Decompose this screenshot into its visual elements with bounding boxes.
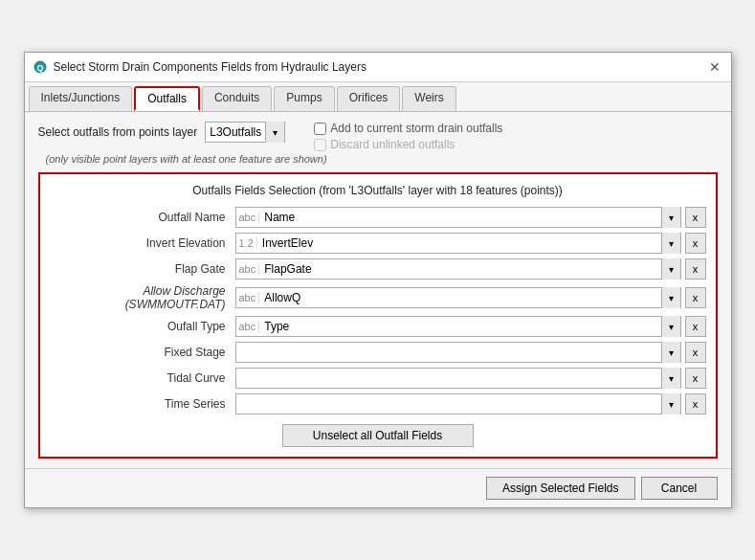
field-row: Allow Discharge (SWMMOUTF.DAT)abcAllowQ▾…: [50, 284, 706, 311]
layer-select-row: Select outfalls from points layer L3Outf…: [38, 122, 286, 143]
type-badge: abc: [236, 263, 260, 275]
field-label: Invert Elevation: [50, 236, 232, 250]
field-label: Time Series: [50, 397, 232, 411]
assign-selected-fields-button[interactable]: Assign Selected Fields: [486, 477, 634, 500]
field-clear-button[interactable]: x: [685, 207, 706, 228]
field-row: Flap GateabcFlapGate▾x: [50, 258, 706, 280]
window-title: Select Storm Drain Components Fields fro…: [54, 60, 366, 74]
field-row: Tidal Curve▾x: [50, 368, 706, 389]
discard-unlinked-checkbox[interactable]: [314, 139, 326, 151]
field-combo[interactable]: ▾: [235, 393, 681, 414]
field-clear-button[interactable]: x: [685, 233, 706, 254]
field-label: Oufall Type: [50, 320, 232, 333]
field-clear-button[interactable]: x: [685, 393, 706, 414]
tab-weirs[interactable]: Weirs: [402, 86, 455, 111]
title-bar-left: Q Select Storm Drain Components Fields f…: [33, 59, 366, 75]
field-row: Oufall TypeabcType▾x: [50, 316, 706, 337]
field-label: Tidal Curve: [50, 371, 232, 385]
field-value: AllowQ: [262, 291, 660, 304]
field-value: FlapGate: [262, 262, 660, 276]
title-bar: Q Select Storm Drain Components Fields f…: [25, 53, 731, 82]
options-checkboxes: Add to current storm drain outfalls Disc…: [314, 122, 502, 151]
combo-arrow-icon[interactable]: ▾: [661, 233, 680, 254]
outfalls-section: Outfalls Fields Selection (from 'L3Outfa…: [38, 172, 718, 459]
add-to-current-checkbox[interactable]: [314, 123, 326, 135]
bottom-bar: Assign Selected Fields Cancel: [25, 468, 731, 507]
svg-text:Q: Q: [36, 63, 43, 73]
combo-arrow-icon[interactable]: ▾: [661, 287, 680, 308]
app-icon: Q: [33, 59, 48, 75]
type-badge: abc: [236, 321, 260, 332]
combo-arrow-icon[interactable]: ▾: [661, 342, 680, 363]
field-row: Fixed Stage▾x: [50, 342, 706, 363]
hint-text: (only visible point layers with at least…: [46, 153, 718, 165]
field-clear-button[interactable]: x: [685, 258, 706, 280]
add-to-current-row: Add to current storm drain outfalls: [314, 122, 502, 135]
tab-orifices[interactable]: Orifices: [337, 86, 401, 111]
field-row: Invert Elevation1.2InvertElev▾x: [50, 233, 706, 254]
field-value: Type: [262, 320, 660, 333]
discard-unlinked-label: Discard unlinked outfalls: [330, 138, 455, 151]
tab-pumps[interactable]: Pumps: [274, 86, 334, 111]
tab-outfalls[interactable]: Outfalls: [134, 86, 200, 111]
tab-inlets-junctions[interactable]: Inlets/Junctions: [29, 86, 133, 111]
type-badge: abc: [236, 212, 260, 223]
layer-select-label: Select outfalls from points layer: [38, 125, 198, 139]
tabs-row: Inlets/Junctions Outfalls Conduits Pumps…: [25, 82, 731, 112]
discard-unlinked-row: Discard unlinked outfalls: [314, 138, 502, 151]
layer-dropdown-arrow[interactable]: ▾: [265, 122, 284, 143]
field-label: Allow Discharge (SWMMOUTF.DAT): [50, 284, 232, 311]
section-title: Outfalls Fields Selection (from 'L3Outfa…: [50, 184, 706, 197]
field-combo[interactable]: ▾: [235, 368, 681, 389]
unselect-all-button[interactable]: Unselect all Outfall Fields: [282, 424, 474, 447]
field-label: Flap Gate: [50, 262, 232, 276]
field-combo[interactable]: abcName▾: [235, 207, 681, 228]
field-value: InvertElev: [260, 236, 661, 250]
combo-arrow-icon[interactable]: ▾: [661, 207, 680, 228]
combo-arrow-icon[interactable]: ▾: [661, 258, 680, 280]
layer-value: L3Outfalls: [206, 125, 265, 139]
combo-arrow-icon[interactable]: ▾: [661, 393, 680, 414]
type-badge: 1.2: [236, 237, 257, 249]
field-combo[interactable]: 1.2InvertElev▾: [235, 233, 681, 254]
field-label: Fixed Stage: [50, 346, 232, 359]
cancel-button[interactable]: Cancel: [641, 477, 718, 500]
field-combo[interactable]: abcAllowQ▾: [235, 287, 681, 308]
field-row: Outfall NameabcName▾x: [50, 207, 706, 228]
close-button[interactable]: ✕: [706, 58, 723, 76]
combo-arrow-icon[interactable]: ▾: [661, 316, 680, 337]
field-rows: Outfall NameabcName▾xInvert Elevation1.2…: [50, 207, 706, 414]
field-row: Time Series▾x: [50, 393, 706, 414]
field-clear-button[interactable]: x: [685, 287, 706, 308]
field-clear-button[interactable]: x: [685, 368, 706, 389]
layer-dropdown[interactable]: L3Outfalls ▾: [205, 122, 285, 143]
field-value: Name: [262, 211, 660, 224]
field-combo[interactable]: abcFlapGate▾: [235, 258, 681, 280]
field-label: Outfall Name: [50, 211, 232, 224]
type-badge: abc: [236, 292, 260, 303]
field-combo[interactable]: abcType▾: [235, 316, 681, 337]
field-combo[interactable]: ▾: [235, 342, 681, 363]
tab-conduits[interactable]: Conduits: [202, 86, 272, 111]
field-clear-button[interactable]: x: [685, 316, 706, 337]
field-clear-button[interactable]: x: [685, 342, 706, 363]
add-to-current-label: Add to current storm drain outfalls: [330, 122, 502, 135]
main-window: Q Select Storm Drain Components Fields f…: [24, 52, 732, 508]
combo-arrow-icon[interactable]: ▾: [661, 368, 680, 389]
main-content: Select outfalls from points layer L3Outf…: [25, 112, 731, 468]
